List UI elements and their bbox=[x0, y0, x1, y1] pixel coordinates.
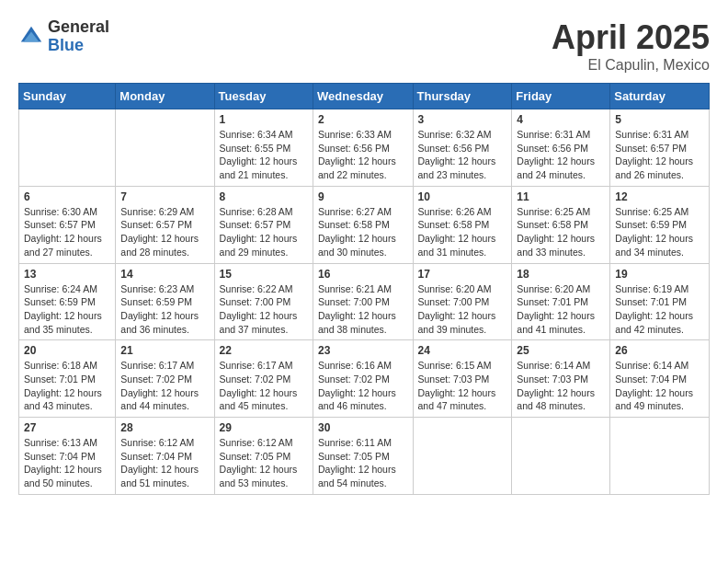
calendar-week-row: 27Sunrise: 6:13 AMSunset: 7:04 PMDayligh… bbox=[19, 418, 710, 495]
calendar-cell: 16Sunrise: 6:21 AMSunset: 7:00 PMDayligh… bbox=[313, 263, 413, 340]
calendar-week-row: 13Sunrise: 6:24 AMSunset: 6:59 PMDayligh… bbox=[19, 263, 710, 340]
day-number: 8 bbox=[220, 190, 308, 203]
day-number: 7 bbox=[120, 190, 209, 203]
day-info: Sunrise: 6:34 AMSunset: 6:55 PMDaylight:… bbox=[220, 128, 308, 182]
day-info: Sunrise: 6:13 AMSunset: 7:04 PMDaylight:… bbox=[24, 436, 110, 490]
calendar-cell: 27Sunrise: 6:13 AMSunset: 7:04 PMDayligh… bbox=[19, 418, 116, 495]
day-number: 26 bbox=[615, 344, 704, 357]
day-info: Sunrise: 6:23 AMSunset: 6:59 PMDaylight:… bbox=[120, 282, 209, 337]
day-number: 25 bbox=[517, 344, 605, 357]
day-number: 19 bbox=[615, 268, 704, 281]
day-info: Sunrise: 6:18 AMSunset: 7:01 PMDaylight:… bbox=[24, 359, 110, 413]
day-number: 5 bbox=[615, 113, 704, 126]
day-number: 3 bbox=[418, 113, 507, 126]
day-number: 29 bbox=[220, 421, 308, 434]
day-info: Sunrise: 6:17 AMSunset: 7:02 PMDaylight:… bbox=[220, 359, 308, 413]
calendar-cell: 28Sunrise: 6:12 AMSunset: 7:04 PMDayligh… bbox=[116, 418, 214, 495]
day-info: Sunrise: 6:15 AMSunset: 7:03 PMDaylight:… bbox=[418, 359, 507, 413]
day-number: 16 bbox=[318, 268, 407, 281]
calendar-cell bbox=[19, 109, 116, 187]
day-of-week-header: Sunday bbox=[19, 84, 116, 109]
day-of-week-header: Thursday bbox=[413, 84, 512, 109]
day-info: Sunrise: 6:25 AMSunset: 6:59 PMDaylight:… bbox=[615, 205, 704, 259]
calendar-table: SundayMondayTuesdayWednesdayThursdayFrid… bbox=[18, 83, 710, 495]
day-info: Sunrise: 6:32 AMSunset: 6:56 PMDaylight:… bbox=[418, 128, 507, 182]
day-info: Sunrise: 6:21 AMSunset: 7:00 PMDaylight:… bbox=[318, 282, 407, 337]
calendar-cell: 26Sunrise: 6:14 AMSunset: 7:04 PMDayligh… bbox=[610, 340, 710, 418]
day-number: 17 bbox=[418, 268, 507, 281]
calendar-cell: 12Sunrise: 6:25 AMSunset: 6:59 PMDayligh… bbox=[610, 186, 710, 263]
calendar-week-row: 20Sunrise: 6:18 AMSunset: 7:01 PMDayligh… bbox=[19, 340, 710, 418]
month-title: April 2025 bbox=[552, 18, 710, 57]
calendar-cell bbox=[413, 418, 512, 495]
calendar-cell: 19Sunrise: 6:19 AMSunset: 7:01 PMDayligh… bbox=[610, 263, 710, 340]
day-number: 24 bbox=[418, 344, 507, 357]
calendar-cell: 5Sunrise: 6:31 AMSunset: 6:57 PMDaylight… bbox=[610, 109, 710, 187]
calendar-cell: 8Sunrise: 6:28 AMSunset: 6:57 PMDaylight… bbox=[214, 186, 313, 263]
day-number: 14 bbox=[120, 268, 209, 281]
day-number: 21 bbox=[120, 344, 209, 357]
calendar-cell: 7Sunrise: 6:29 AMSunset: 6:57 PMDaylight… bbox=[116, 186, 214, 263]
logo: General Blue bbox=[18, 18, 109, 55]
logo-text: General Blue bbox=[48, 18, 109, 55]
day-info: Sunrise: 6:20 AMSunset: 7:00 PMDaylight:… bbox=[418, 282, 507, 337]
calendar-cell: 6Sunrise: 6:30 AMSunset: 6:57 PMDaylight… bbox=[19, 186, 116, 263]
calendar-cell: 1Sunrise: 6:34 AMSunset: 6:55 PMDaylight… bbox=[214, 109, 313, 187]
calendar-cell: 15Sunrise: 6:22 AMSunset: 7:00 PMDayligh… bbox=[214, 263, 313, 340]
day-number: 10 bbox=[418, 190, 507, 203]
day-info: Sunrise: 6:14 AMSunset: 7:03 PMDaylight:… bbox=[517, 359, 605, 413]
logo-general-text: General bbox=[48, 18, 109, 37]
logo-blue-text: Blue bbox=[48, 37, 109, 55]
day-info: Sunrise: 6:26 AMSunset: 6:58 PMDaylight:… bbox=[418, 205, 507, 259]
day-number: 20 bbox=[24, 344, 110, 357]
day-info: Sunrise: 6:27 AMSunset: 6:58 PMDaylight:… bbox=[318, 205, 407, 259]
day-number: 13 bbox=[24, 268, 110, 281]
day-info: Sunrise: 6:31 AMSunset: 6:57 PMDaylight:… bbox=[615, 128, 704, 182]
day-info: Sunrise: 6:24 AMSunset: 6:59 PMDaylight:… bbox=[24, 282, 110, 337]
day-number: 12 bbox=[615, 190, 704, 203]
calendar-cell: 14Sunrise: 6:23 AMSunset: 6:59 PMDayligh… bbox=[116, 263, 214, 340]
day-of-week-header: Tuesday bbox=[214, 84, 313, 109]
calendar-cell: 21Sunrise: 6:17 AMSunset: 7:02 PMDayligh… bbox=[116, 340, 214, 418]
day-info: Sunrise: 6:29 AMSunset: 6:57 PMDaylight:… bbox=[120, 205, 209, 259]
day-number: 2 bbox=[318, 113, 407, 126]
title-area: April 2025 El Capulin, Mexico bbox=[552, 18, 710, 74]
day-info: Sunrise: 6:12 AMSunset: 7:04 PMDaylight:… bbox=[120, 436, 209, 490]
day-number: 4 bbox=[517, 113, 605, 126]
day-info: Sunrise: 6:14 AMSunset: 7:04 PMDaylight:… bbox=[615, 359, 704, 413]
calendar-cell: 25Sunrise: 6:14 AMSunset: 7:03 PMDayligh… bbox=[512, 340, 610, 418]
day-number: 15 bbox=[220, 268, 308, 281]
calendar-cell: 30Sunrise: 6:11 AMSunset: 7:05 PMDayligh… bbox=[313, 418, 413, 495]
day-number: 22 bbox=[220, 344, 308, 357]
day-of-week-header: Saturday bbox=[610, 84, 710, 109]
calendar-cell: 13Sunrise: 6:24 AMSunset: 6:59 PMDayligh… bbox=[19, 263, 116, 340]
day-number: 6 bbox=[24, 190, 110, 203]
day-info: Sunrise: 6:25 AMSunset: 6:58 PMDaylight:… bbox=[517, 205, 605, 259]
calendar-cell: 10Sunrise: 6:26 AMSunset: 6:58 PMDayligh… bbox=[413, 186, 512, 263]
day-info: Sunrise: 6:19 AMSunset: 7:01 PMDaylight:… bbox=[615, 282, 704, 337]
day-info: Sunrise: 6:30 AMSunset: 6:57 PMDaylight:… bbox=[24, 205, 110, 259]
calendar-week-row: 6Sunrise: 6:30 AMSunset: 6:57 PMDaylight… bbox=[19, 186, 710, 263]
day-info: Sunrise: 6:11 AMSunset: 7:05 PMDaylight:… bbox=[318, 436, 407, 490]
day-info: Sunrise: 6:20 AMSunset: 7:01 PMDaylight:… bbox=[517, 282, 605, 337]
calendar-header-row: SundayMondayTuesdayWednesdayThursdayFrid… bbox=[19, 84, 710, 109]
calendar-cell: 23Sunrise: 6:16 AMSunset: 7:02 PMDayligh… bbox=[313, 340, 413, 418]
day-info: Sunrise: 6:28 AMSunset: 6:57 PMDaylight:… bbox=[220, 205, 308, 259]
calendar-cell: 20Sunrise: 6:18 AMSunset: 7:01 PMDayligh… bbox=[19, 340, 116, 418]
day-number: 18 bbox=[517, 268, 605, 281]
calendar-cell: 2Sunrise: 6:33 AMSunset: 6:56 PMDaylight… bbox=[313, 109, 413, 187]
day-number: 27 bbox=[24, 421, 110, 434]
day-info: Sunrise: 6:16 AMSunset: 7:02 PMDaylight:… bbox=[318, 359, 407, 413]
calendar-week-row: 1Sunrise: 6:34 AMSunset: 6:55 PMDaylight… bbox=[19, 109, 710, 187]
day-number: 1 bbox=[220, 113, 308, 126]
day-number: 30 bbox=[318, 421, 407, 434]
calendar-cell: 22Sunrise: 6:17 AMSunset: 7:02 PMDayligh… bbox=[214, 340, 313, 418]
calendar-cell: 29Sunrise: 6:12 AMSunset: 7:05 PMDayligh… bbox=[214, 418, 313, 495]
day-info: Sunrise: 6:22 AMSunset: 7:00 PMDaylight:… bbox=[220, 282, 308, 337]
day-info: Sunrise: 6:17 AMSunset: 7:02 PMDaylight:… bbox=[120, 359, 209, 413]
day-number: 28 bbox=[120, 421, 209, 434]
calendar-cell bbox=[512, 418, 610, 495]
day-number: 9 bbox=[318, 190, 407, 203]
calendar-cell: 17Sunrise: 6:20 AMSunset: 7:00 PMDayligh… bbox=[413, 263, 512, 340]
calendar-cell bbox=[116, 109, 214, 187]
